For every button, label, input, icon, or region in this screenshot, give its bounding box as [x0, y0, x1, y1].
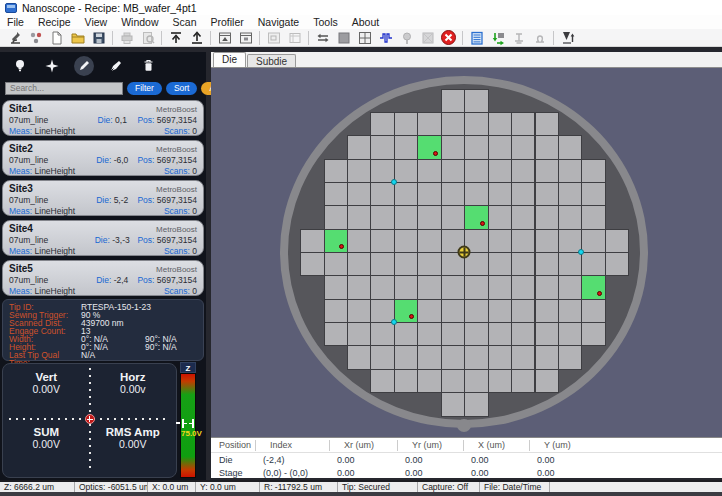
- wafer-die[interactable]: [347, 275, 371, 299]
- wafer-die[interactable]: [394, 182, 418, 206]
- edit-pencil-icon[interactable]: [74, 56, 94, 76]
- wafer-die[interactable]: [511, 229, 535, 253]
- cassette-icon[interactable]: [466, 29, 487, 46]
- wafer-die[interactable]: [535, 112, 559, 136]
- wafer-die[interactable]: [535, 252, 559, 276]
- wafer-die[interactable]: [394, 159, 418, 183]
- pen-icon[interactable]: [106, 56, 126, 76]
- wafer-die[interactable]: [370, 182, 394, 206]
- menu-item-tools[interactable]: Tools: [306, 16, 345, 28]
- table-header-cell[interactable]: X (um): [463, 440, 529, 451]
- wafer-die[interactable]: [511, 369, 535, 393]
- trash-icon[interactable]: [138, 56, 158, 76]
- wafer-die[interactable]: [441, 299, 465, 323]
- align-icon[interactable]: [312, 29, 333, 46]
- menu-item-about[interactable]: About: [345, 16, 386, 28]
- wafer-die[interactable]: [558, 159, 582, 183]
- wafer-die[interactable]: [394, 275, 418, 299]
- wafer-die[interactable]: [488, 345, 512, 369]
- wafer-die[interactable]: [581, 159, 605, 183]
- open-folder-icon[interactable]: [67, 29, 88, 46]
- wafer-die[interactable]: [324, 322, 348, 346]
- wafer-die[interactable]: [324, 159, 348, 183]
- stage-move-icon[interactable]: [487, 29, 508, 46]
- wafer-die[interactable]: [605, 229, 629, 253]
- wafer-die[interactable]: [581, 182, 605, 206]
- tab-die[interactable]: Die: [213, 52, 246, 67]
- wafer-die[interactable]: [535, 182, 559, 206]
- wafer-die[interactable]: [394, 369, 418, 393]
- wafer-die[interactable]: [441, 205, 465, 229]
- wafer-die[interactable]: [464, 275, 488, 299]
- menu-item-profiler[interactable]: Profiler: [203, 16, 250, 28]
- wafer-die[interactable]: [441, 275, 465, 299]
- wafer-die[interactable]: [347, 135, 371, 159]
- wafer-die[interactable]: [394, 229, 418, 253]
- wafer-die[interactable]: [558, 135, 582, 159]
- wafer-die[interactable]: [370, 369, 394, 393]
- wafer-die[interactable]: [441, 182, 465, 206]
- sites-cluster-icon[interactable]: [25, 29, 46, 46]
- wafer-die[interactable]: [417, 159, 441, 183]
- wafer-die[interactable]: [394, 345, 418, 369]
- menu-item-recipe[interactable]: Recipe: [31, 16, 78, 28]
- save-icon[interactable]: [88, 29, 109, 46]
- wafer-die[interactable]: [558, 275, 582, 299]
- wafer-die[interactable]: [417, 112, 441, 136]
- wafer-die[interactable]: [324, 275, 348, 299]
- navigate-star-icon[interactable]: [42, 56, 62, 76]
- wafer-die[interactable]: [347, 205, 371, 229]
- wafer-die[interactable]: [511, 159, 535, 183]
- tab-subdie[interactable]: Subdie: [247, 54, 296, 67]
- wafer-die-site[interactable]: [464, 205, 488, 229]
- wafer-die[interactable]: [417, 275, 441, 299]
- withdraw-icon[interactable]: [186, 29, 207, 46]
- wafer-die[interactable]: [535, 322, 559, 346]
- tip-exchange-icon[interactable]: [557, 29, 578, 46]
- wafer-die-site[interactable]: [394, 299, 418, 323]
- wafer-die[interactable]: [417, 229, 441, 253]
- wafer-die[interactable]: [581, 205, 605, 229]
- wafer-die[interactable]: [488, 322, 512, 346]
- wafer-die[interactable]: [441, 369, 465, 393]
- wafer-die[interactable]: [417, 345, 441, 369]
- wafer-die[interactable]: [441, 159, 465, 183]
- wafer-die[interactable]: [464, 89, 488, 113]
- sort-button[interactable]: Sort: [166, 82, 198, 95]
- wafer-die[interactable]: [535, 299, 559, 323]
- wafer-die[interactable]: [558, 322, 582, 346]
- wafer-die[interactable]: [347, 229, 371, 253]
- wafer-die[interactable]: [511, 322, 535, 346]
- microscope-icon[interactable]: [4, 29, 25, 46]
- wafer-die[interactable]: [558, 182, 582, 206]
- menu-item-window[interactable]: Window: [114, 16, 165, 28]
- wafer-die[interactable]: [511, 345, 535, 369]
- wafer-die[interactable]: [464, 182, 488, 206]
- wafer-die[interactable]: [464, 345, 488, 369]
- wafer-die-site[interactable]: [417, 135, 441, 159]
- wafer-die[interactable]: [394, 205, 418, 229]
- table-header-cell[interactable]: Xr (um): [329, 440, 397, 451]
- wafer-map[interactable]: [211, 68, 722, 437]
- wafer-die[interactable]: [324, 299, 348, 323]
- wafer-die[interactable]: [605, 252, 629, 276]
- wafer-die[interactable]: [511, 275, 535, 299]
- wafer-die[interactable]: [370, 229, 394, 253]
- wafer-die[interactable]: [417, 322, 441, 346]
- wafer-die[interactable]: [488, 159, 512, 183]
- waveform-icon[interactable]: [375, 29, 396, 46]
- wafer-die[interactable]: [488, 112, 512, 136]
- wafer-die[interactable]: [441, 112, 465, 136]
- wafer-die[interactable]: [535, 205, 559, 229]
- wafer-die[interactable]: [464, 135, 488, 159]
- stop-icon[interactable]: [438, 29, 459, 46]
- wafer-die[interactable]: [488, 229, 512, 253]
- wafer-die[interactable]: [394, 322, 418, 346]
- wafer-die[interactable]: [417, 299, 441, 323]
- search-input[interactable]: [5, 82, 123, 95]
- wafer-die[interactable]: [324, 205, 348, 229]
- wafer-die[interactable]: [511, 252, 535, 276]
- wafer-die[interactable]: [488, 182, 512, 206]
- wafer-die[interactable]: [581, 229, 605, 253]
- wafer-die[interactable]: [347, 182, 371, 206]
